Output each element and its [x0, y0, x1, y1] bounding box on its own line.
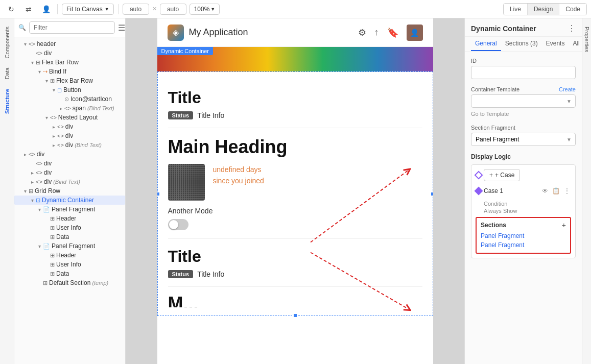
selection-handle-bottom[interactable]	[293, 313, 297, 318]
item-label: Bind If	[49, 68, 66, 75]
tree-item-icon[interactable]: ⊙ Icon@startIcon	[14, 94, 125, 104]
eye-icon[interactable]: 👁	[541, 186, 549, 196]
share-icon[interactable]: ↑	[374, 27, 379, 38]
add-section-button[interactable]: +	[562, 221, 566, 229]
item-label: Icon@startIcon	[70, 95, 112, 103]
display-logic-area: + + Case Case 1 👁	[471, 164, 576, 258]
case-diamond-row: Case 1 👁 📋 ⋮	[476, 184, 571, 198]
tab-general[interactable]: General	[471, 37, 501, 51]
tab-sections[interactable]: Sections (3)	[501, 37, 542, 51]
grid-icon: ⊞	[29, 188, 33, 195]
item-label: Default Section	[49, 279, 90, 286]
tree-item-bindif[interactable]: ▾ ⇢ Bind If	[14, 67, 125, 76]
tree-item-div4[interactable]: ▸ <> div (Bind Text)	[14, 140, 125, 150]
item-label: Header	[56, 215, 76, 222]
tree-item-userinfo1[interactable]: ⊞ User Info	[14, 223, 125, 232]
id-input[interactable]	[471, 66, 576, 79]
tree-item-div6[interactable]: <> div	[14, 159, 125, 168]
section-title-3: Title	[168, 247, 422, 266]
zoom-dropdown[interactable]: 100% ▼	[190, 4, 220, 15]
panel-menu-icon[interactable]: ☰	[118, 23, 125, 33]
create-link[interactable]: Create	[559, 86, 576, 92]
tree-item-div8[interactable]: ▸ <> div (Bind Text)	[14, 177, 125, 186]
far-right-tab: Properties	[582, 18, 591, 364]
tree-item-button[interactable]: ▾ ◻ Button	[14, 85, 125, 94]
tree-item-data2[interactable]: ⊞ Data	[14, 269, 125, 278]
properties-tab-label[interactable]: Properties	[583, 25, 591, 54]
refresh-button[interactable]: ↻	[4, 2, 18, 16]
tree-item-panel2[interactable]: ▾ 📄 Panel Fragment	[14, 241, 125, 251]
item-muted: (Bind Text)	[87, 105, 114, 111]
tree-item-div1[interactable]: <> div	[14, 48, 125, 58]
tree-item-dynamic-container[interactable]: ▾ ⊡ Dynamic Container	[14, 196, 125, 205]
tree-item-flexbar2[interactable]: ▾ ⊞ Flex Bar Row	[14, 76, 125, 85]
user-button[interactable]: 👤	[39, 2, 53, 16]
id-field-group: ID	[471, 58, 576, 79]
code-icon: <>	[29, 41, 35, 47]
sidebar-tab-data[interactable]: Data	[2, 63, 12, 83]
item-muted: (temp)	[92, 280, 108, 286]
status-line-3: Status Title Info	[168, 270, 422, 278]
sidebar-tab-components[interactable]: Components	[2, 22, 12, 62]
condition-label: Condition	[484, 201, 571, 207]
element-icon: ◻	[57, 87, 62, 93]
tab-events[interactable]: Events	[542, 37, 569, 51]
tree-item-span[interactable]: ▸ <> span (Bind Text)	[14, 104, 125, 113]
item-label: Flex Bar Row	[56, 77, 93, 84]
plus-icon: +	[489, 172, 493, 179]
tree-item-nested[interactable]: ▾ <> Nested Layout	[14, 113, 125, 122]
tree-item-userinfo2[interactable]: ⊞ User Info	[14, 260, 125, 269]
tree-item-header[interactable]: ▾ <> header	[14, 39, 125, 48]
sections-label: Sections	[481, 222, 506, 229]
code-icon: <>	[57, 142, 64, 148]
fit-to-canvas-dropdown[interactable]: Fit to Canvas ▼	[62, 4, 114, 15]
toggle-switch[interactable]	[168, 219, 188, 230]
tree-item-data1[interactable]: ⊞ Data	[14, 232, 125, 241]
tree-item-flexbar1[interactable]: ▾ ⊞ Flex Bar Row	[14, 58, 125, 67]
section-fragment-select[interactable]: Panel Fragment	[471, 133, 576, 146]
settings-icon[interactable]: ⚙	[358, 27, 366, 38]
sidebar-tab-structure[interactable]: Structure	[2, 85, 12, 118]
live-button[interactable]: Live	[504, 4, 528, 15]
item-label: div	[65, 123, 73, 130]
more-icon[interactable]: ⋮	[563, 186, 571, 196]
tree-arrow: ▾	[43, 78, 50, 84]
copy-icon[interactable]: 📋	[551, 186, 561, 196]
add-case-button[interactable]: + + Case	[484, 169, 520, 181]
height-input[interactable]	[160, 4, 186, 15]
tab-all[interactable]: All	[569, 37, 582, 51]
width-input[interactable]	[123, 4, 149, 15]
always-show-text: Always Show	[484, 208, 571, 214]
tree-item-panel1[interactable]: ▾ 📄 Panel Fragment	[14, 205, 125, 214]
diamond-outline-icon	[475, 171, 483, 180]
tree-item-div3[interactable]: ▸ <> div	[14, 131, 125, 140]
selection-handle-right[interactable]	[431, 192, 433, 196]
another-mode-label: Another Mode	[168, 207, 422, 215]
tree-item-header3[interactable]: ⊞ Header	[14, 251, 125, 260]
panel-header: 🔍 ☰	[14, 18, 125, 37]
container-template-select[interactable]	[471, 94, 576, 108]
panel-menu-button[interactable]: ⋮	[568, 23, 576, 33]
search-input[interactable]	[29, 21, 115, 34]
item-label: Grid Row	[35, 187, 60, 195]
tree-item-gridrow[interactable]: ▾ ⊞ Grid Row	[14, 186, 125, 196]
tree-item-default[interactable]: ⊞ Default Section (temp)	[14, 278, 125, 287]
tree-arrow: ▾	[29, 60, 36, 65]
sidebar-tabs: Components Data Structure	[0, 18, 14, 364]
tree-item-div7[interactable]: ▸ <> div	[14, 168, 125, 177]
bookmark-icon[interactable]: 🔖	[387, 27, 398, 38]
panel-fragment-item-2[interactable]: Panel Fragment	[481, 240, 566, 250]
panel-fragment-item-1[interactable]: Panel Fragment	[481, 231, 566, 240]
item-label: header	[37, 40, 56, 47]
selection-handle-left[interactable]	[157, 192, 160, 196]
tree-item-header2[interactable]: ⊞ Header	[14, 214, 125, 223]
tree-arrow: ▾	[29, 198, 36, 203]
tree-item-div2[interactable]: ▸ <> div	[14, 122, 125, 131]
diamond-row: + + Case	[476, 169, 571, 181]
item-muted: (Bind Text)	[53, 179, 80, 185]
back-forward-button[interactable]: ⇄	[21, 2, 36, 16]
tree-arrow: ▸	[50, 124, 57, 130]
code-button[interactable]: Code	[559, 4, 586, 15]
design-button[interactable]: Design	[528, 4, 559, 15]
tree-item-div5[interactable]: ▸ <> div	[14, 150, 125, 159]
